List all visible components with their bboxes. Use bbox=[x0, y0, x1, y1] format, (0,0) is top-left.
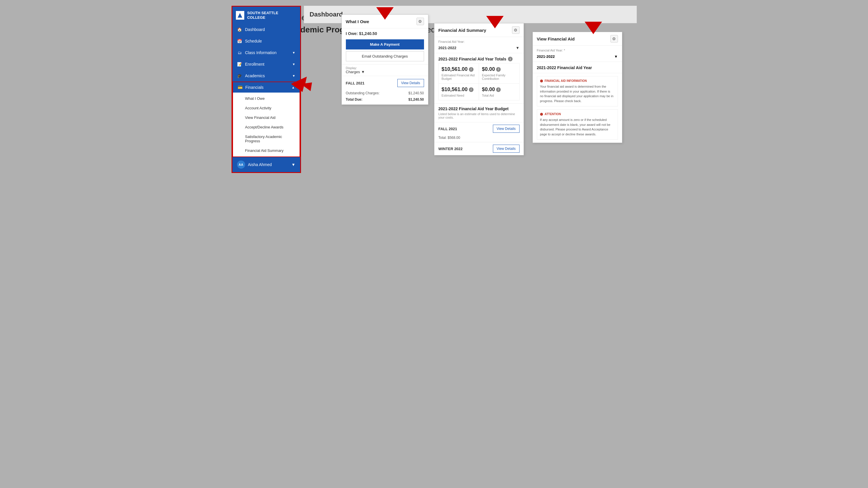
total-aid-label: Total Aid bbox=[482, 94, 516, 97]
budget-subtitle: Listed below is an estimate of items use… bbox=[434, 112, 524, 122]
winter-budget-row: WINTER 2022 View Details bbox=[434, 142, 524, 155]
info-icon: i bbox=[508, 57, 513, 61]
info-icon: i bbox=[496, 67, 501, 72]
submenu-accept-decline[interactable]: Accept/Decline Awards bbox=[233, 122, 300, 132]
view-fin-aid-card: View Financial Aid ⚙ Financial Aid Year:… bbox=[532, 32, 622, 143]
gear-button-fin-aid-summary[interactable]: ⚙ bbox=[512, 26, 520, 34]
total-aid-value: $0.00 i bbox=[482, 87, 516, 93]
view-details-button-winter[interactable]: View Details bbox=[493, 144, 520, 153]
sidebar-item-class-info[interactable]: 🗂 Class Information ▼ bbox=[232, 47, 300, 59]
page-title: Dashboard bbox=[310, 11, 343, 18]
sidebar-item-enrollment[interactable]: 📝 Enrollment ▼ bbox=[232, 59, 300, 70]
class-icon: 🗂 bbox=[237, 50, 242, 55]
total-due-label: Total Due: bbox=[346, 97, 363, 101]
estimated-budget-cell: $10,561.00 i Estimated Financial Aid Bud… bbox=[439, 63, 479, 83]
fin-aid-summary-title: Financial Aid Summary bbox=[438, 28, 486, 33]
fin-aid-info-text: Your financial aid award is determined f… bbox=[540, 84, 615, 103]
gear-button-what-i-owe[interactable]: ⚙ bbox=[416, 18, 424, 25]
efc-label: Expected Family Contribution bbox=[482, 73, 516, 80]
school-name: SOUTH SEATTLE COLLEGE bbox=[247, 11, 297, 20]
info-icon: i bbox=[469, 87, 473, 92]
school-logo bbox=[236, 11, 244, 20]
display-label: Display: bbox=[346, 66, 365, 70]
sidebar-item-schedule[interactable]: 📅 Schedule bbox=[232, 35, 300, 47]
chevron-down-icon: ▼ bbox=[516, 46, 520, 50]
winter-term: WINTER 2022 bbox=[438, 147, 463, 151]
vfa-year-select[interactable]: 2021-2022 ▼ bbox=[533, 53, 622, 62]
attention-title: ATTENTION bbox=[540, 112, 615, 116]
info-icon: i bbox=[469, 67, 473, 72]
fall-term-label: FALL 2021 bbox=[346, 81, 365, 85]
outstanding-charges-row: Outstanding Charges: $1,240.50 bbox=[342, 90, 428, 96]
total-due-value: $1,240.50 bbox=[408, 97, 424, 101]
estimated-budget-label: Estimated Financial Aid Budget bbox=[442, 73, 476, 80]
total-aid-cell: $0.00 i Total Aid bbox=[479, 84, 519, 100]
email-charges-button[interactable]: Email Outstanding Charges bbox=[346, 51, 424, 61]
view-fin-aid-title: View Financial Aid bbox=[537, 36, 575, 41]
vfa-year-title: 2021-2022 Financial Aid Year bbox=[533, 62, 622, 73]
financials-icon: 💳 bbox=[238, 85, 243, 90]
outstanding-value: $1,240.50 bbox=[408, 91, 424, 95]
fin-aid-info-box: FINANCIAL AID INFORMATION Your financial… bbox=[537, 76, 618, 106]
card-header-what-i-owe: What I Owe ⚙ bbox=[342, 15, 428, 28]
year-value: 2021-2022 bbox=[438, 46, 457, 50]
owe-amount: I Owe: $1,240.50 bbox=[342, 28, 428, 38]
red-dot-icon bbox=[540, 113, 543, 116]
attention-box: ATTENTION If any accept amount is zero o… bbox=[537, 109, 618, 140]
totals-title: 2021-2022 Financial Aid Year Totals i bbox=[434, 53, 524, 63]
estimated-need-value: $10,561.00 i bbox=[442, 87, 476, 93]
chevron-down-icon: ▼ bbox=[292, 51, 296, 54]
estimated-need-label: Estimated Need bbox=[442, 94, 476, 97]
sidebar-item-financials[interactable]: 💳 Financials ▲ bbox=[233, 82, 300, 93]
info-icon: i bbox=[496, 87, 501, 92]
sidebar-item-academics[interactable]: 🎓 Academics ▼ bbox=[232, 70, 300, 82]
chevron-down-icon: ▼ bbox=[292, 74, 296, 77]
fin-aid-year-label: Financial Aid Year: bbox=[434, 37, 524, 44]
outstanding-label: Outstanding Charges: bbox=[346, 91, 380, 95]
fin-aid-summary-card: Financial Aid Summary ⚙ Financial Aid Ye… bbox=[434, 23, 524, 155]
display-row: Display: Charges ▼ bbox=[342, 64, 428, 76]
submenu-fin-aid-summary[interactable]: Financial Aid Summary bbox=[233, 146, 300, 155]
avatar: AA bbox=[237, 161, 245, 169]
schedule-icon: 📅 bbox=[237, 38, 242, 44]
amounts-grid: $10,561.00 i Estimated Financial Aid Bud… bbox=[438, 63, 520, 100]
financials-section: 💳 Financials ▲ What I Owe Account Activi… bbox=[232, 82, 300, 157]
financials-submenu: What I Owe Account Activity View Financi… bbox=[233, 93, 300, 157]
view-details-button-fall[interactable]: View Details bbox=[397, 79, 424, 87]
gear-button-view-fin-aid[interactable]: ⚙ bbox=[611, 35, 618, 42]
submenu-sap[interactable]: Satisfactory Academic Progress bbox=[233, 132, 300, 146]
card-header-view-fin-aid: View Financial Aid ⚙ bbox=[533, 32, 622, 46]
card-header-fin-aid-summary: Financial Aid Summary ⚙ bbox=[434, 24, 524, 37]
user-profile[interactable]: AA Aisha Ahmed ▼ bbox=[232, 157, 300, 172]
year-select-row[interactable]: 2021-2022 ▼ bbox=[434, 44, 524, 53]
estimated-need-cell: $10,561.00 i Estimated Need bbox=[439, 84, 479, 100]
submenu-view-financial-aid[interactable]: View Financial Aid bbox=[233, 113, 300, 122]
total-due-row: Total Due: $1,240.50 bbox=[342, 96, 428, 104]
sidebar-header: SOUTH SEATTLE COLLEGE bbox=[232, 7, 300, 24]
red-dot-icon bbox=[540, 79, 543, 83]
chevron-down-icon: ▼ bbox=[361, 70, 365, 74]
vfa-year-value: 2021-2022 bbox=[537, 54, 555, 59]
efc-value: $0.00 i bbox=[482, 66, 516, 72]
vfa-year-label: Financial Aid Year: * bbox=[533, 46, 622, 53]
display-select[interactable]: Charges ▼ bbox=[346, 70, 365, 74]
estimated-budget-value: $10,561.00 i bbox=[442, 66, 476, 72]
sidebar-nav: 🏠 Dashboard 📅 Schedule 🗂 Class Informati… bbox=[232, 24, 300, 82]
what-i-owe-card: What I Owe ⚙ I Owe: $1,240.50 Make A Pay… bbox=[342, 14, 428, 105]
fall-row: FALL 2021 View Details bbox=[342, 76, 428, 90]
what-i-owe-title: What I Owe bbox=[346, 19, 369, 24]
view-details-button-fall-budget[interactable]: View Details bbox=[493, 125, 520, 133]
sidebar: SOUTH SEATTLE COLLEGE 🏠 Dashboard 📅 Sche… bbox=[231, 6, 301, 173]
submenu-what-i-owe[interactable]: What I Owe bbox=[233, 94, 300, 103]
efc-cell: $0.00 i Expected Family Contribution bbox=[479, 63, 519, 83]
chevron-up-icon: ▲ bbox=[292, 86, 295, 89]
submenu-account-activity[interactable]: Account Activity bbox=[233, 103, 300, 113]
fall-budget-row: FALL 2021 View Details bbox=[434, 122, 524, 135]
sidebar-item-dashboard[interactable]: 🏠 Dashboard bbox=[232, 24, 300, 35]
home-icon: 🏠 bbox=[237, 27, 242, 32]
attention-text: If any accept amount is zero or if the s… bbox=[540, 118, 615, 136]
chevron-down-icon: ▼ bbox=[291, 162, 296, 167]
budget-title: 2021-2022 Financial Aid Year Budget bbox=[434, 103, 524, 112]
make-payment-button[interactable]: Make A Payment bbox=[346, 39, 424, 50]
fall-total: Total: $568.00 bbox=[434, 135, 524, 142]
